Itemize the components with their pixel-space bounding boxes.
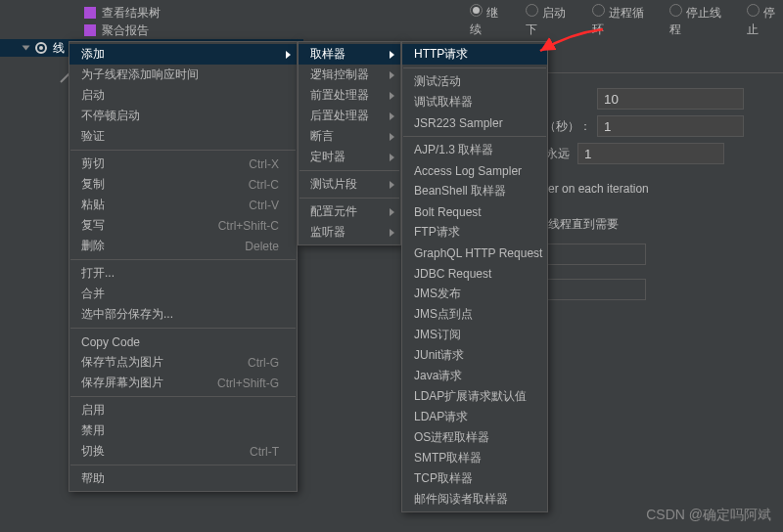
context-menu-item[interactable]: 删除Delete xyxy=(69,236,297,256)
add-submenu-item[interactable]: 取样器 xyxy=(299,44,400,65)
menu-item-label: 取样器 xyxy=(310,46,345,63)
tree-item-label: 线 xyxy=(53,40,65,57)
context-menu-item[interactable]: Copy Code xyxy=(69,332,297,352)
menu-item-label: Access Log Sampler xyxy=(414,164,522,178)
radio-icon xyxy=(470,4,483,17)
gear-icon xyxy=(34,41,48,55)
menu-item-label: 删除 xyxy=(81,238,105,254)
menu-item-label: HTTP请求 xyxy=(414,46,468,63)
menu-item-label: 粘贴 xyxy=(81,197,105,213)
context-menu-item[interactable]: 打开... xyxy=(69,263,297,284)
context-menu-item[interactable]: 验证 xyxy=(69,126,297,147)
sampler-submenu-item[interactable]: LDAP请求 xyxy=(402,407,547,427)
menu-item-label: Copy Code xyxy=(81,335,140,349)
context-menu: 添加为子线程添加响应时间启动不停顿启动验证剪切Ctrl-X复制Ctrl-C粘贴C… xyxy=(69,41,298,492)
radio-icon xyxy=(592,4,605,17)
context-menu-item[interactable]: 保存屏幕为图片Ctrl+Shift-G xyxy=(69,373,297,393)
add-submenu-item[interactable]: 测试片段 xyxy=(299,174,400,195)
sampler-submenu-item[interactable]: OS进程取样器 xyxy=(402,427,547,448)
rampup-input[interactable] xyxy=(597,115,744,137)
radio-icon xyxy=(526,4,538,17)
context-menu-item[interactable]: 启用 xyxy=(69,400,297,421)
menu-shortcut: Delete xyxy=(215,240,279,253)
add-submenu-item[interactable]: 定时器 xyxy=(299,147,400,167)
radio-icon xyxy=(747,4,760,17)
submenu-arrow-icon xyxy=(390,112,394,120)
menu-item-label: 启用 xyxy=(81,402,105,419)
sampler-submenu-item[interactable]: Java请求 xyxy=(402,366,547,386)
sampler-submenu-item[interactable]: SMTP取样器 xyxy=(402,448,547,468)
context-menu-item[interactable]: 剪切Ctrl-X xyxy=(69,154,297,174)
sampler-submenu-item[interactable]: TCP取样器 xyxy=(402,468,547,489)
context-menu-item[interactable]: 合并 xyxy=(69,284,297,304)
menu-item-label: 配置元件 xyxy=(310,203,357,220)
menu-item-label: JMS发布 xyxy=(414,286,461,302)
submenu-arrow-icon xyxy=(390,51,394,59)
add-submenu-item[interactable]: 断言 xyxy=(299,126,400,147)
same-user-label: er on each iteration xyxy=(548,182,649,196)
radio-start-next[interactable]: 启动下 xyxy=(526,4,573,38)
radio-stop[interactable]: 停止 xyxy=(747,4,783,38)
sampler-submenu-item[interactable]: JDBC Request xyxy=(402,263,547,284)
add-submenu-item[interactable]: 前置处理器 xyxy=(299,85,400,106)
sampler-submenu-item[interactable]: JUnit请求 xyxy=(402,345,547,366)
add-submenu-item[interactable]: 逻辑控制器 xyxy=(299,65,400,85)
sampler-submenu-item[interactable]: Access Log Sampler xyxy=(402,160,547,181)
menu-item-label: 为子线程添加响应时间 xyxy=(81,66,199,83)
sampler-submenu-item[interactable]: FTP请求 xyxy=(402,222,547,243)
menu-item-label: JDBC Request xyxy=(414,267,491,281)
context-menu-item[interactable]: 禁用 xyxy=(69,421,297,441)
sampler-submenu-item[interactable]: AJP/1.3 取样器 xyxy=(402,140,547,160)
sampler-submenu-item[interactable]: JSR223 Sampler xyxy=(402,112,547,133)
sampler-submenu: HTTP请求测试活动调试取样器JSR223 SamplerAJP/1.3 取样器… xyxy=(401,41,548,512)
sampler-submenu-item[interactable]: JMS订阅 xyxy=(402,325,547,345)
sampler-submenu-item[interactable]: JMS点到点 xyxy=(402,304,547,325)
context-menu-item[interactable]: 帮助 xyxy=(69,468,297,489)
menu-shortcut: Ctrl-T xyxy=(220,445,279,459)
context-menu-item[interactable]: 选中部分保存为... xyxy=(69,304,297,325)
menu-shortcut: Ctrl+Shift-G xyxy=(188,377,279,390)
menu-item-label: 合并 xyxy=(81,286,105,302)
sampler-submenu-item[interactable]: 邮件阅读者取样器 xyxy=(402,489,547,510)
sampler-submenu-item[interactable]: LDAP扩展请求默认值 xyxy=(402,386,547,407)
menu-shortcut: Ctrl+Shift-C xyxy=(189,219,279,233)
context-menu-item[interactable]: 添加 xyxy=(69,44,297,65)
sampler-submenu-item[interactable]: Bolt Request xyxy=(402,201,547,222)
menu-separator xyxy=(403,136,546,137)
loop-input[interactable] xyxy=(577,143,724,164)
menu-item-label: 打开... xyxy=(81,265,115,282)
radio-stop-thread[interactable]: 停止线程 xyxy=(669,4,727,38)
threads-input[interactable] xyxy=(597,88,744,110)
menu-shortcut: Ctrl-G xyxy=(218,356,279,370)
menu-item-label: 断言 xyxy=(310,128,334,145)
submenu-arrow-icon xyxy=(390,71,394,79)
add-submenu-item[interactable]: 配置元件 xyxy=(299,201,400,222)
add-submenu-item[interactable]: 监听器 xyxy=(299,222,400,243)
menu-item-label: 帮助 xyxy=(81,470,105,487)
context-menu-item[interactable]: 不停顿启动 xyxy=(69,106,297,126)
menu-item-label: 选中部分保存为... xyxy=(81,306,173,323)
sampler-submenu-item[interactable]: 测试活动 xyxy=(402,71,547,92)
context-menu-item[interactable]: 保存节点为图片Ctrl-G xyxy=(69,352,297,373)
sampler-submenu-item[interactable]: BeanShell 取样器 xyxy=(402,181,547,201)
menu-item-label: 切换 xyxy=(81,443,105,460)
context-menu-item[interactable]: 为子线程添加响应时间 xyxy=(69,65,297,85)
tree-item-results[interactable]: 查看结果树 xyxy=(0,4,303,22)
sampler-submenu-item[interactable]: HTTP请求 xyxy=(402,44,547,65)
add-submenu-item[interactable]: 后置处理器 xyxy=(299,106,400,126)
context-menu-item[interactable]: 切换Ctrl-T xyxy=(69,441,297,462)
sampler-submenu-item[interactable]: JMS发布 xyxy=(402,284,547,304)
menu-item-label: 测试活动 xyxy=(414,73,461,90)
radio-continue[interactable]: 继续 xyxy=(470,4,506,38)
menu-separator xyxy=(299,170,399,171)
context-menu-item[interactable]: 粘贴Ctrl-V xyxy=(69,195,297,215)
tree-item-aggregate[interactable]: 聚合报告 xyxy=(0,22,303,39)
sampler-submenu-item[interactable]: 调试取样器 xyxy=(402,92,547,112)
menu-shortcut: Ctrl-X xyxy=(219,157,279,171)
context-menu-item[interactable]: 复制Ctrl-C xyxy=(69,174,297,195)
context-menu-item[interactable]: 复写Ctrl+Shift-C xyxy=(69,215,297,236)
radio-loop[interactable]: 进程循环 xyxy=(592,4,650,38)
context-menu-item[interactable]: 启动 xyxy=(69,85,297,106)
svg-point-3 xyxy=(39,46,43,50)
sampler-submenu-item[interactable]: GraphQL HTTP Request xyxy=(402,243,547,263)
